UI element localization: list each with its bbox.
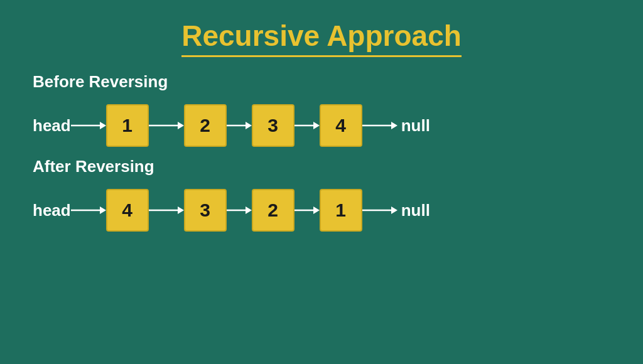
after-node-1: 4 xyxy=(106,189,149,232)
arrow-3-4-icon xyxy=(294,118,320,133)
page-title: Recursive Approach xyxy=(181,19,462,57)
after-arrow-4-null-icon xyxy=(362,203,397,218)
after-arrow-2-icon xyxy=(227,203,252,218)
after-arrow-3-icon xyxy=(294,203,320,218)
after-label: After Reversing xyxy=(33,157,610,176)
before-null-label: null xyxy=(401,116,430,136)
svg-marker-1 xyxy=(100,122,106,129)
before-list-row: head 1 2 xyxy=(33,104,610,147)
after-arrow-1-icon xyxy=(149,203,184,218)
before-section: Before Reversing head 1 2 xyxy=(33,72,610,147)
svg-marker-17 xyxy=(313,206,320,214)
after-node-3: 2 xyxy=(252,189,294,232)
before-node-1: 1 xyxy=(106,104,149,147)
before-label: Before Reversing xyxy=(33,72,610,92)
before-node-2: 2 xyxy=(184,104,227,147)
after-null-label: null xyxy=(401,201,430,220)
main-container: Recursive Approach Before Reversing head… xyxy=(20,0,623,252)
after-head-label: head xyxy=(33,201,106,220)
svg-marker-13 xyxy=(178,206,184,214)
after-node-2: 3 xyxy=(184,189,227,232)
after-node-4: 1 xyxy=(320,189,362,232)
svg-marker-19 xyxy=(391,206,397,214)
after-list-row: head 4 3 xyxy=(33,189,610,232)
arrow-4-null-icon xyxy=(362,118,397,133)
svg-marker-3 xyxy=(178,122,184,129)
before-head-label: head xyxy=(33,116,106,136)
svg-marker-5 xyxy=(246,122,252,129)
arrow-1-2-icon xyxy=(149,118,184,133)
arrow-2-3-icon xyxy=(227,118,252,133)
title-section: Recursive Approach xyxy=(33,19,610,57)
before-node-3: 3 xyxy=(252,104,294,147)
after-section: After Reversing head 4 3 xyxy=(33,157,610,232)
svg-marker-7 xyxy=(313,122,320,129)
svg-marker-15 xyxy=(246,206,252,214)
svg-marker-11 xyxy=(100,206,106,214)
before-node-4: 4 xyxy=(320,104,362,147)
svg-marker-9 xyxy=(391,122,397,129)
after-head-arrow-icon xyxy=(71,203,106,218)
head-arrow-icon xyxy=(71,118,106,133)
